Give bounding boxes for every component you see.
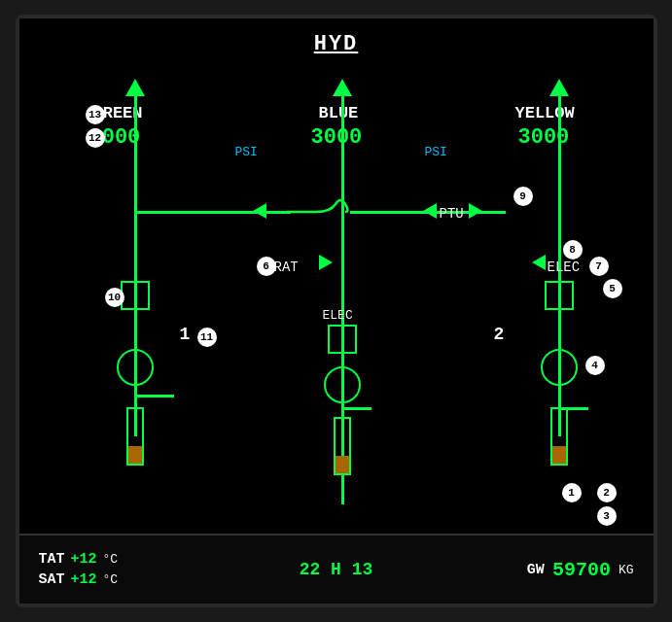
time-section: 22 H 13 [237,560,436,579]
gw-value: 59700 [552,559,611,581]
badge-8: 8 [563,240,583,259]
gw-unit: KG [619,563,634,577]
blue-actuator-fill [336,456,349,473]
blue-triangle [333,79,352,96]
status-bar: TAT +12 °C SAT +12 °C 22 H 13 GW 59700 K… [19,534,654,604]
tat-unit: °C [103,552,119,567]
tat-label: TAT [39,551,65,568]
blue-label: BLUE [319,104,359,122]
time-display: 22 H 13 [300,560,373,579]
ptu-label: PTU [440,206,464,222]
blue-pressure: 3000 [311,125,363,150]
badge-7: 7 [589,257,609,276]
green-triangle [125,79,145,96]
label-2: 2 [494,325,505,344]
sat-label: SAT [39,571,65,588]
badge-10: 10 [105,288,124,307]
yellow-pump-square [545,281,574,310]
label-1: 1 [180,325,191,344]
psi-left: PSI [235,145,258,159]
rat-label: RAT [274,259,299,275]
elec-pump-label: ELEC [323,308,353,323]
gw-section: GW 59700 KG [436,559,634,581]
badge-13: 13 [86,105,105,124]
badge-12: 12 [86,128,105,148]
psi-right: PSI [425,145,447,159]
yellow-actuator-fill [552,446,566,464]
badge-2: 2 [597,483,617,502]
rat-arrow [319,255,333,270]
yellow-bottom-h [559,407,588,410]
yellow-pressure: 3000 [518,125,570,150]
sat-value: +12 [71,571,97,588]
hyd-display: HYD GREEN 13 3000 12 10 1 11 BLUE 300 [19,18,654,534]
ptu-arrow-left [253,203,266,219]
sat-row: SAT +12 °C [39,571,237,588]
yellow-label: YELLOW [515,104,575,122]
badge-9: 9 [513,187,533,206]
blue-circle [324,366,361,403]
green-bottom-h [135,395,174,397]
yellow-circle [541,349,578,386]
ptu-arrow-right [423,203,437,219]
blue-bottom-h [342,407,371,410]
badge-3: 3 [597,506,617,526]
sat-unit: °C [103,572,119,587]
tat-sat-section: TAT +12 °C SAT +12 °C [39,551,237,588]
yellow-triangle [549,79,569,96]
page-title: HYD [314,32,359,56]
ptu-curve [282,196,350,227]
tat-value: +12 [71,551,97,568]
badge-11: 11 [197,328,217,347]
green-actuator-fill [128,446,142,464]
elec-label: ELEC [548,259,581,275]
blue-pump-square [328,325,357,354]
badge-1: 1 [562,483,582,502]
badge-5: 5 [603,279,622,298]
main-screen: HYD GREEN 13 3000 12 10 1 11 BLUE 300 [16,15,657,607]
badge-6: 6 [257,257,276,276]
ptu-line-left [135,211,291,214]
ptu-arrow-out [469,203,482,219]
gw-label: GW [527,562,545,578]
green-circle [117,349,154,386]
tat-row: TAT +12 °C [39,551,237,568]
green-pump-square [121,281,150,310]
elec-arrow [532,255,546,270]
badge-4: 4 [585,356,605,375]
